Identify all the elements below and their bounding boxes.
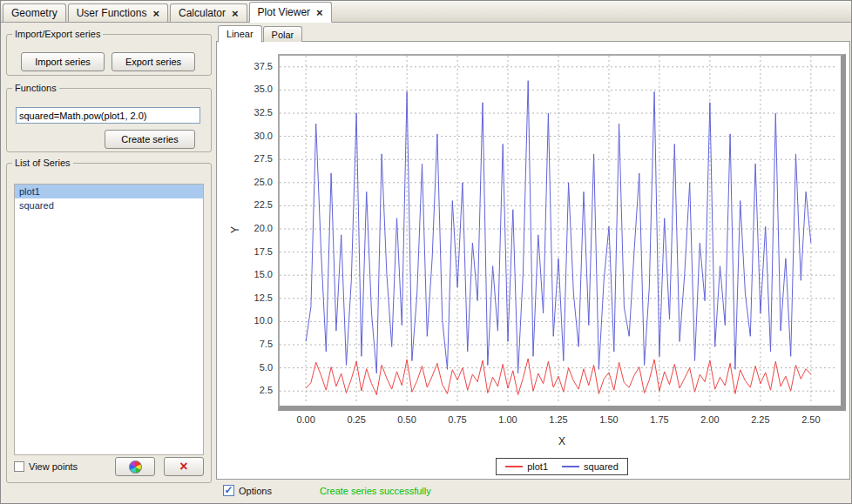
chart-canvas — [280, 56, 837, 402]
view-points-label: View points — [29, 461, 78, 472]
tab-polar[interactable]: Polar — [263, 26, 303, 42]
tab-plot-viewer[interactable]: Plot Viewer × — [249, 2, 332, 23]
chart-legend: plot1 squared — [278, 458, 846, 475]
y-tick-label: 10.0 — [233, 315, 273, 326]
tab-geometry-label: Geometry — [11, 7, 57, 19]
close-icon[interactable]: × — [152, 8, 159, 19]
legend-item-plot1: plot1 — [505, 461, 548, 472]
palette-icon — [129, 460, 142, 474]
legend-box: plot1 squared — [496, 458, 628, 475]
y-tick-label: 22.5 — [233, 199, 273, 210]
functions-group-title: Functions — [12, 83, 59, 93]
squared-line-swatch — [562, 466, 579, 467]
x-tick-label: 2.25 — [743, 414, 778, 425]
import-export-group-title: Import/Export series — [12, 29, 103, 39]
status-message: Create series successfully — [320, 486, 431, 496]
y-tick-label: 37.5 — [233, 61, 273, 71]
x-tick-label: 0.75 — [440, 414, 475, 425]
tab-plot-viewer-label: Plot Viewer — [258, 6, 310, 18]
function-expression-input[interactable] — [16, 107, 200, 124]
tab-calculator-label: Calculator — [179, 7, 226, 19]
tab-calculator[interactable]: Calculator × — [170, 3, 247, 22]
y-tick-label: 25.0 — [233, 177, 273, 187]
y-tick-label: 5.0 — [233, 362, 273, 373]
series-list-group-title: List of Series — [12, 158, 73, 168]
x-tick-label: 2.50 — [794, 414, 828, 425]
tab-user-functions[interactable]: User Functions × — [68, 3, 168, 22]
series-listbox[interactable]: plot1 squared — [14, 184, 204, 455]
close-icon[interactable]: × — [316, 7, 323, 18]
close-icon[interactable]: × — [232, 8, 239, 19]
x-tick-label: 0.25 — [339, 414, 374, 425]
list-item-squared[interactable]: squared — [15, 198, 203, 212]
series-color-button[interactable] — [115, 457, 155, 476]
x-tick-label: 1.00 — [490, 414, 525, 425]
x-tick-label: 1.75 — [642, 414, 677, 425]
red-x-icon: × — [179, 460, 187, 474]
chart-panel: Y X plot1 squared 0.000.250.500.751.001.… — [216, 41, 850, 480]
status-bar: ✓ Options Create series successfully — [216, 480, 850, 501]
tab-user-functions-label: User Functions — [77, 7, 147, 19]
x-tick-label: 0.00 — [288, 414, 323, 425]
x-tick-label: 1.50 — [592, 414, 626, 425]
y-tick-label: 2.5 — [233, 385, 273, 395]
delete-series-button[interactable]: × — [164, 457, 204, 476]
window-tab-bar: Geometry User Functions × Calculator × P… — [1, 1, 851, 23]
series-list-group: List of Series plot1 squared View points… — [6, 158, 212, 483]
plot1-line-swatch — [505, 466, 523, 467]
tab-geometry[interactable]: Geometry — [3, 3, 66, 22]
tab-linear[interactable]: Linear — [218, 25, 262, 43]
plot-area[interactable] — [278, 54, 846, 411]
options-checkbox[interactable]: ✓ — [223, 485, 234, 496]
legend-label-plot1: plot1 — [527, 461, 548, 472]
plot-viewer-pane: Linear Polar Y X plot1 squared — [216, 24, 850, 501]
import-export-group: Import/Export series Import series Expor… — [6, 29, 212, 76]
view-points-checkbox[interactable] — [14, 461, 24, 472]
import-series-button[interactable]: Import series — [21, 52, 105, 71]
x-tick-label: 1.25 — [541, 414, 576, 425]
y-tick-label: 30.0 — [233, 131, 273, 141]
y-tick-label: 15.0 — [233, 269, 273, 279]
export-series-button[interactable]: Export series — [112, 52, 195, 71]
x-tick-label: 2.00 — [693, 414, 727, 425]
y-tick-label: 7.5 — [233, 339, 273, 349]
y-tick-label: 12.5 — [233, 292, 273, 303]
create-series-button[interactable]: Create series — [105, 130, 195, 149]
y-tick-label: 32.5 — [233, 107, 273, 118]
legend-label-squared: squared — [584, 461, 619, 472]
legend-item-squared: squared — [562, 461, 619, 472]
plot-mode-tabs: Linear Polar — [218, 24, 303, 42]
y-tick-label: 35.0 — [233, 84, 273, 94]
options-label: Options — [239, 486, 272, 496]
x-axis-label: X — [278, 435, 846, 447]
application-window: Geometry User Functions × Calculator × P… — [0, 0, 852, 504]
x-tick-label: 0.50 — [389, 414, 424, 425]
sidebar: Import/Export series Import series Expor… — [6, 29, 212, 483]
series-list-controls: View points × — [14, 456, 204, 477]
y-tick-label: 20.0 — [233, 223, 273, 233]
list-item-plot1[interactable]: plot1 — [15, 185, 203, 198]
functions-group: Functions Create series — [6, 83, 212, 152]
y-tick-label: 27.5 — [233, 153, 273, 164]
y-tick-label: 17.5 — [233, 246, 273, 257]
